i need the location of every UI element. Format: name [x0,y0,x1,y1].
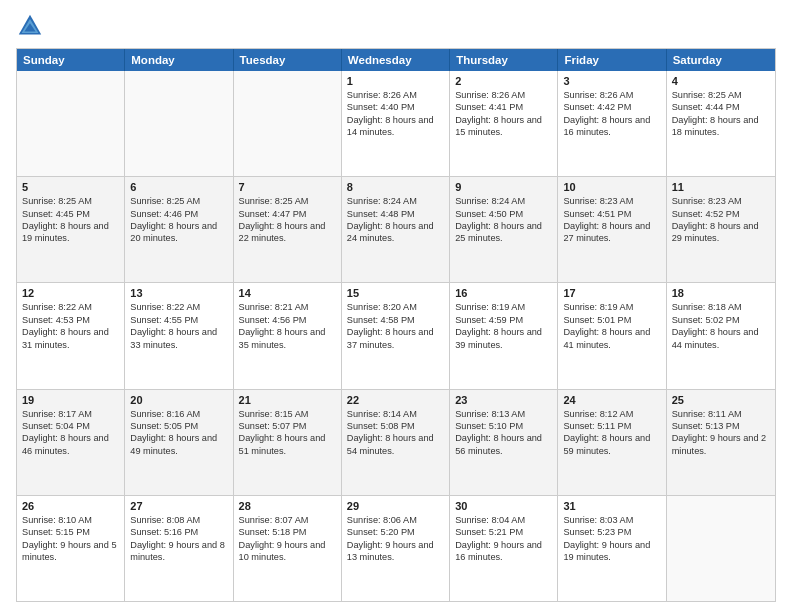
calendar-row: 26Sunrise: 8:10 AMSunset: 5:15 PMDayligh… [17,495,775,601]
day-number: 28 [239,500,336,512]
day-info: Sunrise: 8:24 AMSunset: 4:50 PMDaylight:… [455,195,552,245]
day-cell: 15Sunrise: 8:20 AMSunset: 4:58 PMDayligh… [342,283,450,388]
day-number: 25 [672,394,770,406]
day-cell: 25Sunrise: 8:11 AMSunset: 5:13 PMDayligh… [667,390,775,495]
day-info: Sunrise: 8:17 AMSunset: 5:04 PMDaylight:… [22,408,119,458]
day-number: 24 [563,394,660,406]
day-number: 17 [563,287,660,299]
day-info: Sunrise: 8:26 AMSunset: 4:40 PMDaylight:… [347,89,444,139]
day-info: Sunrise: 8:12 AMSunset: 5:11 PMDaylight:… [563,408,660,458]
day-number: 16 [455,287,552,299]
day-info: Sunrise: 8:19 AMSunset: 4:59 PMDaylight:… [455,301,552,351]
day-info: Sunrise: 8:11 AMSunset: 5:13 PMDaylight:… [672,408,770,458]
calendar-body: 1Sunrise: 8:26 AMSunset: 4:40 PMDaylight… [17,71,775,601]
day-cell: 28Sunrise: 8:07 AMSunset: 5:18 PMDayligh… [234,496,342,601]
header [16,12,776,40]
day-cell: 27Sunrise: 8:08 AMSunset: 5:16 PMDayligh… [125,496,233,601]
calendar-row: 12Sunrise: 8:22 AMSunset: 4:53 PMDayligh… [17,282,775,388]
calendar-row: 5Sunrise: 8:25 AMSunset: 4:45 PMDaylight… [17,176,775,282]
day-info: Sunrise: 8:18 AMSunset: 5:02 PMDaylight:… [672,301,770,351]
day-cell: 1Sunrise: 8:26 AMSunset: 4:40 PMDaylight… [342,71,450,176]
day-info: Sunrise: 8:25 AMSunset: 4:44 PMDaylight:… [672,89,770,139]
day-number: 31 [563,500,660,512]
day-info: Sunrise: 8:20 AMSunset: 4:58 PMDaylight:… [347,301,444,351]
day-info: Sunrise: 8:21 AMSunset: 4:56 PMDaylight:… [239,301,336,351]
day-number: 22 [347,394,444,406]
day-number: 10 [563,181,660,193]
day-info: Sunrise: 8:19 AMSunset: 5:01 PMDaylight:… [563,301,660,351]
day-info: Sunrise: 8:14 AMSunset: 5:08 PMDaylight:… [347,408,444,458]
day-number: 14 [239,287,336,299]
day-number: 30 [455,500,552,512]
day-number: 5 [22,181,119,193]
day-info: Sunrise: 8:25 AMSunset: 4:47 PMDaylight:… [239,195,336,245]
day-info: Sunrise: 8:07 AMSunset: 5:18 PMDaylight:… [239,514,336,564]
day-number: 11 [672,181,770,193]
day-info: Sunrise: 8:08 AMSunset: 5:16 PMDaylight:… [130,514,227,564]
day-number: 12 [22,287,119,299]
calendar-row: 1Sunrise: 8:26 AMSunset: 4:40 PMDaylight… [17,71,775,176]
empty-cell [667,496,775,601]
day-cell: 12Sunrise: 8:22 AMSunset: 4:53 PMDayligh… [17,283,125,388]
calendar-header: SundayMondayTuesdayWednesdayThursdayFrid… [17,49,775,71]
day-info: Sunrise: 8:06 AMSunset: 5:20 PMDaylight:… [347,514,444,564]
day-info: Sunrise: 8:10 AMSunset: 5:15 PMDaylight:… [22,514,119,564]
day-cell: 14Sunrise: 8:21 AMSunset: 4:56 PMDayligh… [234,283,342,388]
day-cell: 24Sunrise: 8:12 AMSunset: 5:11 PMDayligh… [558,390,666,495]
day-cell: 16Sunrise: 8:19 AMSunset: 4:59 PMDayligh… [450,283,558,388]
day-info: Sunrise: 8:23 AMSunset: 4:52 PMDaylight:… [672,195,770,245]
day-header: Sunday [17,49,125,71]
day-number: 1 [347,75,444,87]
page: SundayMondayTuesdayWednesdayThursdayFrid… [0,0,792,612]
day-cell: 31Sunrise: 8:03 AMSunset: 5:23 PMDayligh… [558,496,666,601]
day-number: 3 [563,75,660,87]
day-number: 4 [672,75,770,87]
calendar-row: 19Sunrise: 8:17 AMSunset: 5:04 PMDayligh… [17,389,775,495]
day-info: Sunrise: 8:04 AMSunset: 5:21 PMDaylight:… [455,514,552,564]
day-cell: 22Sunrise: 8:14 AMSunset: 5:08 PMDayligh… [342,390,450,495]
logo-icon [16,12,44,40]
day-info: Sunrise: 8:22 AMSunset: 4:55 PMDaylight:… [130,301,227,351]
day-info: Sunrise: 8:15 AMSunset: 5:07 PMDaylight:… [239,408,336,458]
day-info: Sunrise: 8:03 AMSunset: 5:23 PMDaylight:… [563,514,660,564]
day-info: Sunrise: 8:16 AMSunset: 5:05 PMDaylight:… [130,408,227,458]
day-number: 21 [239,394,336,406]
day-info: Sunrise: 8:26 AMSunset: 4:42 PMDaylight:… [563,89,660,139]
day-cell: 8Sunrise: 8:24 AMSunset: 4:48 PMDaylight… [342,177,450,282]
day-info: Sunrise: 8:24 AMSunset: 4:48 PMDaylight:… [347,195,444,245]
day-number: 20 [130,394,227,406]
day-number: 19 [22,394,119,406]
day-info: Sunrise: 8:22 AMSunset: 4:53 PMDaylight:… [22,301,119,351]
day-cell: 30Sunrise: 8:04 AMSunset: 5:21 PMDayligh… [450,496,558,601]
day-number: 13 [130,287,227,299]
day-cell: 9Sunrise: 8:24 AMSunset: 4:50 PMDaylight… [450,177,558,282]
day-cell: 5Sunrise: 8:25 AMSunset: 4:45 PMDaylight… [17,177,125,282]
day-cell: 13Sunrise: 8:22 AMSunset: 4:55 PMDayligh… [125,283,233,388]
calendar: SundayMondayTuesdayWednesdayThursdayFrid… [16,48,776,602]
day-cell: 17Sunrise: 8:19 AMSunset: 5:01 PMDayligh… [558,283,666,388]
empty-cell [125,71,233,176]
day-header: Wednesday [342,49,450,71]
day-cell: 26Sunrise: 8:10 AMSunset: 5:15 PMDayligh… [17,496,125,601]
day-number: 2 [455,75,552,87]
day-number: 18 [672,287,770,299]
day-cell: 19Sunrise: 8:17 AMSunset: 5:04 PMDayligh… [17,390,125,495]
empty-cell [234,71,342,176]
day-cell: 29Sunrise: 8:06 AMSunset: 5:20 PMDayligh… [342,496,450,601]
day-info: Sunrise: 8:23 AMSunset: 4:51 PMDaylight:… [563,195,660,245]
day-cell: 23Sunrise: 8:13 AMSunset: 5:10 PMDayligh… [450,390,558,495]
day-info: Sunrise: 8:26 AMSunset: 4:41 PMDaylight:… [455,89,552,139]
day-header: Thursday [450,49,558,71]
day-number: 29 [347,500,444,512]
day-header: Monday [125,49,233,71]
day-number: 9 [455,181,552,193]
day-cell: 10Sunrise: 8:23 AMSunset: 4:51 PMDayligh… [558,177,666,282]
day-info: Sunrise: 8:25 AMSunset: 4:46 PMDaylight:… [130,195,227,245]
day-cell: 18Sunrise: 8:18 AMSunset: 5:02 PMDayligh… [667,283,775,388]
day-number: 15 [347,287,444,299]
logo [16,12,48,40]
day-number: 27 [130,500,227,512]
day-info: Sunrise: 8:25 AMSunset: 4:45 PMDaylight:… [22,195,119,245]
day-number: 7 [239,181,336,193]
day-number: 23 [455,394,552,406]
